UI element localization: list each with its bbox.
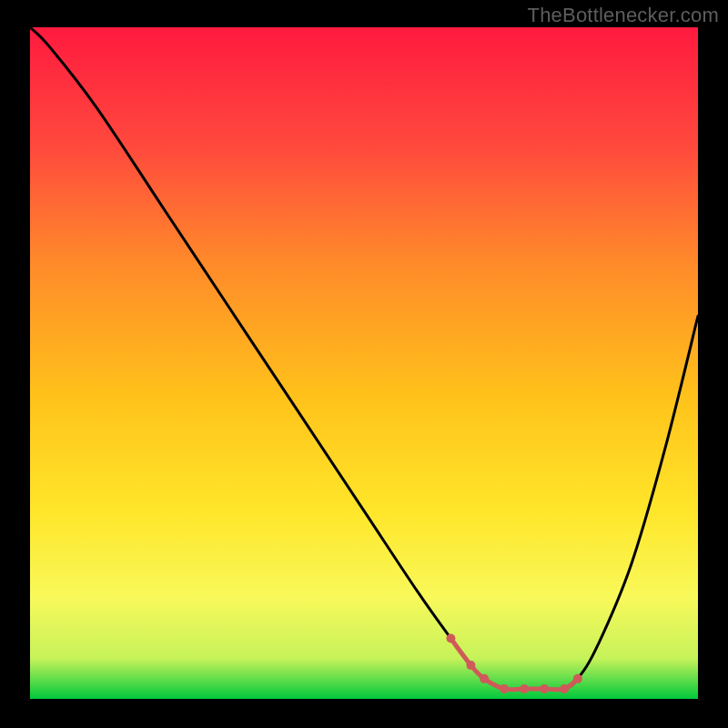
plot-area	[30, 27, 698, 699]
chart-svg	[30, 27, 698, 699]
trough-marker-dot	[500, 684, 509, 693]
trough-marker-dot	[520, 684, 529, 693]
trough-marker-dot	[466, 661, 475, 670]
trough-marker-dot	[540, 684, 549, 693]
trough-marker-dot	[573, 674, 582, 683]
gradient-bg	[30, 27, 698, 699]
trough-marker-dot	[446, 634, 455, 643]
watermark-text: TheBottlenecker.com	[528, 4, 719, 27]
chart-frame: TheBottlenecker.com	[0, 0, 728, 728]
trough-marker-dot	[560, 684, 569, 693]
trough-marker-dot	[480, 674, 489, 683]
